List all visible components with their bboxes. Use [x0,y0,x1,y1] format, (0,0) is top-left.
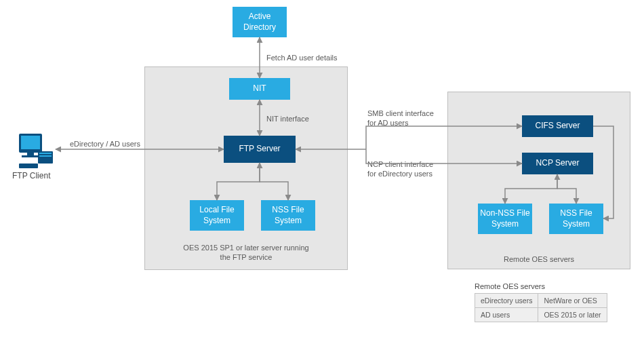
svg-rect-2 [27,153,34,155]
remote-caption: Remote OES servers [447,254,630,264]
table-row: eDirectory users NetWare or OES [475,294,607,308]
svg-rect-7 [19,164,38,168]
nss-fs-node-2: NSS File System [549,204,603,234]
ncp-server-node: NCP Server [522,153,593,174]
smb-client-label: SMB client interface for AD users [367,109,434,128]
table-cell: OES 2015 or later [538,308,607,322]
svg-rect-6 [39,155,52,157]
fetch-ad-label: Fetch AD user details [266,53,338,62]
table-row: AD users OES 2015 or later [475,308,607,322]
nit-node: NIT [229,78,290,100]
table-cell: eDirectory users [475,294,538,308]
computer-icon [14,132,54,170]
ftp-server-node: FTP Server [224,136,296,163]
nit-interface-label: NIT interface [266,114,309,123]
nss-fs-node-1: NSS File System [261,200,315,231]
cifs-server-node: CIFS Server [522,115,593,137]
edir-ad-label: eDirectory / AD users [70,139,140,149]
info-table: eDirectory users NetWare or OES AD users… [475,293,607,322]
ftp-client-label: FTP Client [12,171,50,180]
svg-rect-3 [22,155,39,157]
table-cell: AD users [475,308,538,322]
svg-rect-1 [21,136,40,149]
ncp-client-label: NCP client interface for eDirectory user… [367,159,433,179]
non-nss-fs-node: Non-NSS File System [478,204,532,234]
svg-rect-5 [39,153,52,154]
active-directory-node: Active Directory [233,7,287,37]
oes-caption: OES 2015 SP1 or later server running the… [144,243,348,263]
local-fs-node: Local File System [190,200,244,231]
table-cell: NetWare or OES [538,294,607,308]
info-table-title: Remote OES servers [475,282,545,290]
